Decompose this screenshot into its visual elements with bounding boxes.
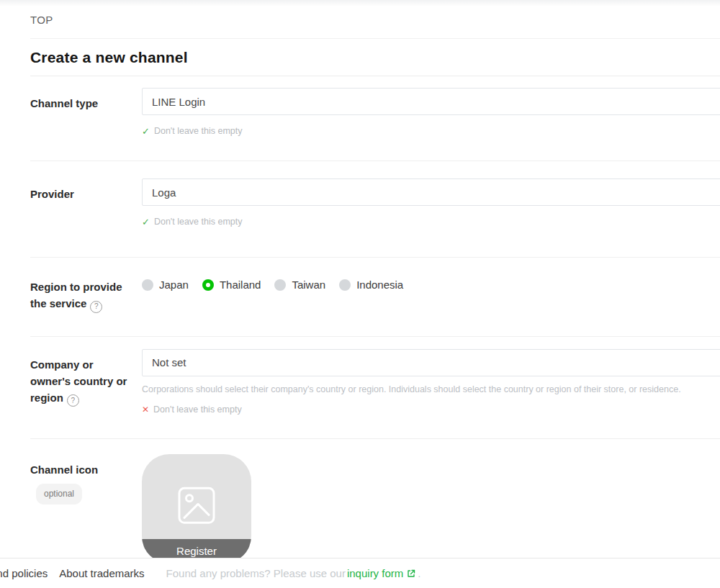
field-region: Region to provide the service? Japan Tha… bbox=[30, 258, 720, 337]
footer-link-trademarks[interactable]: About trademarks bbox=[59, 567, 144, 579]
country-label-line3: region bbox=[30, 392, 63, 404]
validation-message: Don't leave this empty bbox=[154, 126, 243, 136]
external-link-icon bbox=[407, 569, 415, 578]
channel-type-select[interactable]: LINE Login bbox=[142, 88, 720, 115]
radio-option-indonesia[interactable]: Indonesia bbox=[339, 279, 403, 291]
help-icon[interactable]: ? bbox=[90, 301, 102, 313]
field-country: Company or owner's country or region? No… bbox=[30, 337, 720, 439]
country-label-line1: Company or bbox=[30, 358, 94, 371]
provider-label: Provider bbox=[30, 178, 142, 227]
breadcrumb: TOP bbox=[30, 0, 720, 39]
channel-icon-upload[interactable]: Register bbox=[142, 454, 251, 564]
radio-icon bbox=[339, 279, 351, 291]
region-label: Region to provide the service? bbox=[30, 279, 142, 313]
field-channel-icon: Channel icon optional Register bbox=[30, 439, 720, 564]
radio-option-taiwan[interactable]: Taiwan bbox=[274, 279, 325, 291]
radio-selected-icon bbox=[202, 279, 214, 291]
validation-message: Don't leave this empty bbox=[154, 217, 243, 227]
provider-input[interactable]: Loga bbox=[142, 178, 720, 206]
country-label: Company or owner's country or region? bbox=[30, 349, 142, 415]
breadcrumb-top-link[interactable]: TOP bbox=[30, 14, 53, 26]
field-channel-type: Channel type LINE Login ✓ Don't leave th… bbox=[30, 76, 720, 161]
optional-badge: optional bbox=[36, 484, 82, 505]
footer-notice-period: . bbox=[418, 567, 420, 579]
region-label-line1: Region to provide bbox=[30, 281, 122, 293]
help-icon[interactable]: ? bbox=[67, 394, 79, 407]
channel-type-validation: ✓ Don't leave this empty bbox=[142, 126, 720, 136]
check-icon: ✓ bbox=[142, 127, 150, 136]
radio-icon bbox=[274, 279, 286, 291]
radio-option-japan[interactable]: Japan bbox=[142, 279, 189, 291]
region-radio-group: Japan Thailand Taiwan Indonesia bbox=[142, 279, 720, 291]
country-helper-text: Corporations should select their company… bbox=[142, 384, 720, 395]
field-provider: Provider Loga ✓ Don't leave this empty bbox=[30, 161, 720, 258]
create-channel-page: TOP Create a new channel Channel type LI… bbox=[30, 0, 720, 564]
country-label-line2: owner's country or bbox=[30, 375, 127, 387]
image-placeholder-icon bbox=[176, 484, 217, 526]
channel-icon-label-col: Channel icon optional bbox=[30, 439, 142, 564]
check-icon: ✓ bbox=[142, 217, 150, 227]
footer-link-policies[interactable]: and policies bbox=[0, 567, 48, 579]
region-label-line2: the service bbox=[30, 297, 86, 309]
inquiry-form-link[interactable]: inquiry form bbox=[347, 567, 403, 579]
page-title: Create a new channel bbox=[30, 49, 720, 66]
country-select[interactable]: Not set bbox=[142, 349, 720, 376]
radio-icon bbox=[142, 279, 153, 291]
validation-message: Don't leave this empty bbox=[153, 404, 242, 415]
error-icon: ✕ bbox=[142, 405, 149, 414]
country-validation: ✕ Don't leave this empty bbox=[142, 404, 720, 415]
footer-notice-text: Found any problems? Please use our bbox=[166, 567, 346, 579]
channel-icon-label: Channel icon bbox=[30, 461, 142, 478]
provider-validation: ✓ Don't leave this empty bbox=[142, 217, 720, 227]
footer: and policies About trademarks Found any … bbox=[0, 558, 720, 588]
page-header: Create a new channel bbox=[30, 39, 720, 76]
radio-option-thailand[interactable]: Thailand bbox=[202, 279, 261, 291]
channel-type-label: Channel type bbox=[30, 88, 142, 136]
